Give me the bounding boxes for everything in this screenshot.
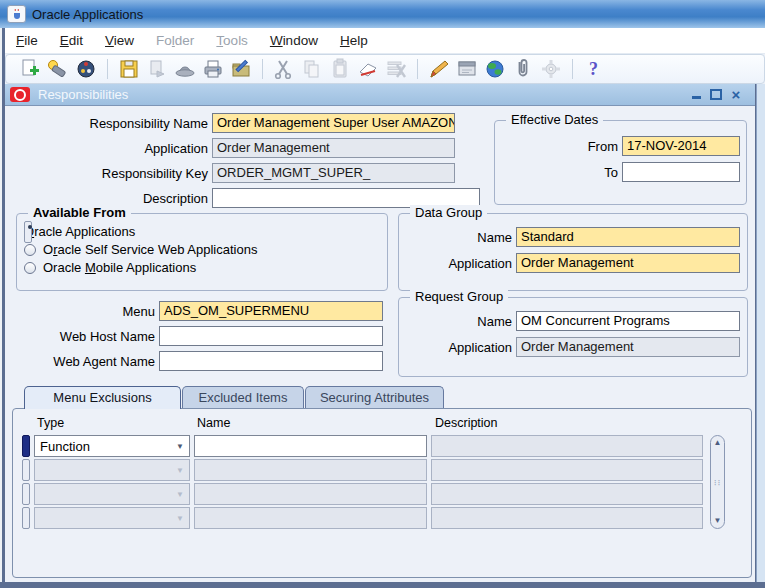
oracle-logo-icon bbox=[10, 87, 30, 102]
window-frame-bottom bbox=[0, 582, 765, 588]
scroll-down-icon[interactable]: ▼ bbox=[714, 517, 722, 525]
radio-icon[interactable] bbox=[24, 244, 36, 256]
record-selector[interactable] bbox=[22, 483, 30, 505]
data-group-name-field[interactable]: Standard bbox=[516, 227, 740, 247]
application-field: Order Management bbox=[212, 138, 455, 158]
os-titlebar: Oracle Applications bbox=[0, 0, 765, 28]
radio-oracle-self-service[interactable]: Oracle Self Service Web Applications bbox=[24, 242, 257, 257]
menu-folder: Folder bbox=[145, 33, 205, 48]
menu-file[interactable]: File bbox=[5, 33, 49, 48]
data-group-application-label: Application bbox=[410, 256, 512, 271]
column-header-name: Name bbox=[197, 416, 230, 430]
close-icon[interactable]: × bbox=[729, 88, 743, 101]
attachments-icon[interactable] bbox=[510, 57, 536, 81]
request-group-application-field: Order Management bbox=[516, 337, 740, 357]
column-header-type: Type bbox=[37, 416, 64, 430]
toolbar-separator bbox=[107, 59, 108, 79]
next-step-icon bbox=[144, 57, 170, 81]
switch-responsibility-icon[interactable] bbox=[172, 57, 198, 81]
request-group-application-label: Application bbox=[410, 340, 512, 355]
application-label: Application bbox=[20, 141, 208, 156]
data-group-application-field[interactable]: Order Management bbox=[516, 253, 740, 273]
data-group: Data Group bbox=[398, 213, 748, 291]
effective-dates-legend: Effective Dates bbox=[506, 112, 603, 127]
radio-oracle-mobile[interactable]: Oracle Mobile Applications bbox=[24, 260, 196, 275]
type-dropdown: ▼ bbox=[34, 507, 190, 529]
record-selector[interactable] bbox=[22, 459, 30, 481]
menubar: File Edit View Folder Tools Window Help bbox=[5, 28, 765, 54]
chevron-down-icon[interactable]: ▼ bbox=[176, 442, 184, 451]
edit-field-icon[interactable] bbox=[426, 57, 452, 81]
tab-menu-exclusions[interactable]: Menu Exclusions bbox=[24, 386, 181, 409]
radio-selected-icon[interactable] bbox=[24, 221, 32, 243]
name-cell bbox=[194, 459, 427, 481]
request-group-name-label: Name bbox=[410, 314, 512, 329]
to-label: To bbox=[540, 165, 618, 180]
web-agent-name-field[interactable] bbox=[159, 351, 383, 371]
menu-exclusions-panel: Type Name Description Function▼ ▼ ▼ ▼ ▲ … bbox=[12, 408, 752, 578]
help-icon[interactable]: ? bbox=[581, 57, 607, 81]
description-cell bbox=[431, 435, 703, 457]
description-cell bbox=[431, 507, 703, 529]
description-label: Description bbox=[20, 191, 208, 206]
delete-record-icon bbox=[383, 57, 409, 81]
chevron-down-icon: ▼ bbox=[176, 490, 184, 499]
to-date-field[interactable] bbox=[622, 162, 740, 182]
chevron-down-icon: ▼ bbox=[176, 466, 184, 475]
radio-icon[interactable] bbox=[24, 262, 36, 274]
responsibility-name-field[interactable]: Order Management Super User AMAZON bbox=[212, 113, 455, 133]
translations-icon[interactable] bbox=[482, 57, 508, 81]
type-dropdown: ▼ bbox=[34, 483, 190, 505]
maximize-icon[interactable] bbox=[709, 88, 723, 101]
request-group-legend: Request Group bbox=[410, 289, 508, 304]
from-date-field[interactable]: 17-NOV-2014 bbox=[622, 136, 740, 156]
window-title: Oracle Applications bbox=[32, 7, 143, 22]
menu-tools: Tools bbox=[205, 33, 259, 48]
available-from-legend: Available From bbox=[28, 205, 131, 220]
menu-help[interactable]: Help bbox=[329, 33, 379, 48]
form-title: Responsibilities bbox=[38, 87, 128, 102]
minimize-icon[interactable] bbox=[689, 88, 703, 101]
print-icon[interactable] bbox=[200, 57, 226, 81]
table-scrollbar[interactable]: ▲ ⁝⁝ ▼ bbox=[710, 435, 725, 529]
radio-oracle-applications[interactable]: Oracle Applications bbox=[24, 224, 135, 239]
name-cell[interactable] bbox=[194, 435, 427, 457]
request-group-name-field[interactable]: OM Concurrent Programs bbox=[516, 311, 740, 331]
new-record-icon[interactable] bbox=[17, 57, 43, 81]
toolbar-separator bbox=[572, 59, 573, 79]
record-selector[interactable] bbox=[22, 507, 30, 529]
description-cell bbox=[431, 459, 703, 481]
copy-icon bbox=[299, 57, 325, 81]
name-cell bbox=[194, 507, 427, 529]
zoom-icon[interactable] bbox=[454, 57, 480, 81]
responsibilities-window-header[interactable]: Responsibilities × bbox=[5, 84, 755, 106]
from-label: From bbox=[540, 139, 618, 154]
web-host-name-field[interactable] bbox=[159, 326, 383, 346]
chevron-down-icon: ▼ bbox=[176, 514, 184, 523]
show-navigator-icon[interactable] bbox=[73, 57, 99, 81]
record-selector[interactable] bbox=[22, 435, 30, 457]
responsibility-key-field: ORDER_MGMT_SUPER_ bbox=[212, 163, 455, 183]
type-dropdown[interactable]: Function▼ bbox=[34, 435, 190, 457]
scroll-up-icon[interactable]: ▲ bbox=[714, 439, 722, 447]
type-dropdown: ▼ bbox=[34, 459, 190, 481]
menu-label: Menu bbox=[20, 304, 155, 319]
scrollbar-grip[interactable]: ⁝⁝ bbox=[714, 478, 722, 487]
toolbar-separator bbox=[417, 59, 418, 79]
menu-view[interactable]: View bbox=[94, 33, 145, 48]
tab-excluded-items[interactable]: Excluded Items bbox=[182, 386, 304, 409]
close-form-icon[interactable] bbox=[228, 57, 254, 81]
toolbar: ? bbox=[5, 54, 765, 84]
responsibility-key-label: Responsibility Key bbox=[20, 166, 208, 181]
find-icon[interactable] bbox=[45, 57, 71, 81]
cut-icon[interactable] bbox=[271, 57, 297, 81]
mdi-right-strip bbox=[756, 84, 765, 582]
menu-field[interactable]: ADS_OM_SUPERMENU bbox=[159, 301, 383, 321]
web-agent-name-label: Web Agent Name bbox=[20, 354, 155, 369]
menu-edit[interactable]: Edit bbox=[49, 33, 94, 48]
menu-window[interactable]: Window bbox=[259, 33, 329, 48]
tab-securing-attributes[interactable]: Securing Attributes bbox=[305, 386, 444, 409]
save-icon[interactable] bbox=[116, 57, 142, 81]
clear-record-icon[interactable] bbox=[355, 57, 381, 81]
paste-icon bbox=[327, 57, 353, 81]
